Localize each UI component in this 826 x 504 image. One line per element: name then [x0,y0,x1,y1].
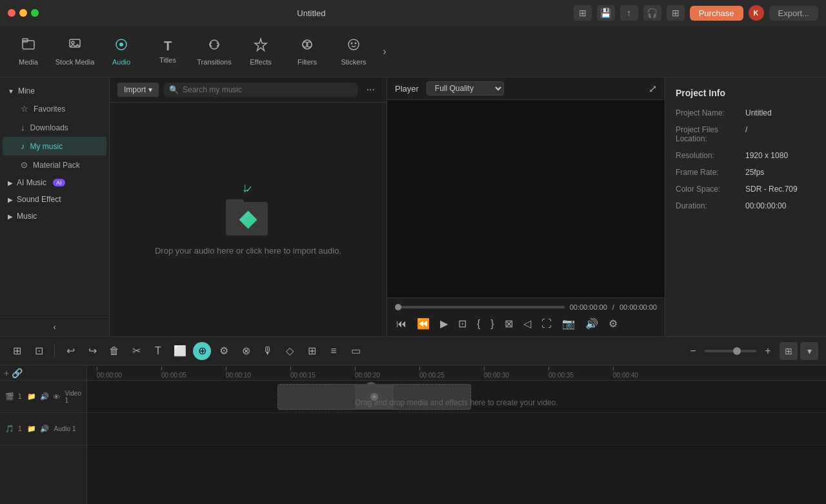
toolbar-label-stickers: Stickers [341,58,366,66]
import-button[interactable]: Import ▾ [117,83,159,97]
fullscreen-button[interactable]: ⛶ [540,317,553,331]
export-button[interactable]: Export... [769,6,818,21]
prev-frame-button[interactable]: ◁ [522,316,532,331]
svg-point-5 [119,43,123,46]
sidebar-sound-effect-label: Sound Effect [17,195,61,204]
volume-button[interactable]: 🔊 [584,316,599,331]
timeline-split-button[interactable]: ⊞ [303,342,321,360]
upload-icon[interactable]: ↑ [620,5,638,21]
quality-select[interactable]: Full QualityHalf QualityQuarter Quality [427,81,504,96]
close-button[interactable] [8,9,15,17]
svg-point-8 [307,42,312,47]
sidebar-item-downloads[interactable]: ↓ Downloads [3,118,106,137]
toolbar-item-stickers[interactable]: Stickers [330,31,377,72]
mark-in-button[interactable]: { [476,317,481,331]
timeline-cut-button[interactable]: ✂ [127,342,145,360]
project-files-value: / [745,125,747,143]
sidebar-section-ai-music[interactable]: ▶ AI Music AI [0,174,109,191]
titles-icon: T [164,39,172,54]
crop-button[interactable]: ⊡ [457,316,468,331]
expand-icon[interactable]: ⤢ [649,83,657,95]
toolbar-item-transitions[interactable]: Transitions [191,31,237,72]
transitions-icon [207,37,221,55]
resolution-value: 1920 x 1080 [745,151,788,160]
split-button[interactable]: ⊠ [503,316,514,331]
time-current: 00:00:00:00 [570,303,607,311]
purchase-button[interactable]: Purchase [690,6,743,21]
link-track-button[interactable]: 🔗 [12,368,23,378]
player-controls: 00:00:00:00 / 00:00:00:00 ⏮ ⏪ ▶ ⊡ { } ⊠ … [387,297,665,336]
duration-value: 00:00:00:00 [745,201,786,210]
toolbar-more-arrow[interactable]: › [377,44,392,59]
timeline-active-tool-button[interactable]: ⊕ [193,342,211,360]
project-info-panel: Project Info Project Name: Untitled Proj… [665,77,826,336]
sidebar-item-my-music[interactable]: ♪ My music [3,137,106,156]
project-fps-row: Frame Rate: 25fps [676,168,816,177]
right-panel: Player Full QualityHalf QualityQuarter Q… [387,77,826,336]
timeline-more-button[interactable]: ▾ [800,342,818,360]
effects-icon [254,37,268,55]
headphone-icon[interactable]: 🎧 [643,5,661,21]
mark-out-button[interactable]: } [489,317,495,331]
grid-icon[interactable]: ⊞ [667,5,685,21]
skip-back-button[interactable]: ⏮ [395,317,408,331]
timeline-undo-button[interactable]: ↩ [61,342,79,360]
sidebar-item-material-pack[interactable]: ⊙ Material Pack [3,156,106,174]
toolbar-item-stock-media[interactable]: Stock Media [52,31,98,72]
zoom-out-button[interactable]: − [684,342,702,360]
folder-tab-icon [226,199,244,206]
layout-icon[interactable]: ⊞ [574,5,592,21]
svg-point-9 [348,39,359,50]
timeline-magnet-button[interactable]: ⊡ [30,342,48,360]
play-button[interactable]: ▶ [439,316,449,331]
sidebar-section-mine[interactable]: ▼ Mine [0,83,109,99]
toolbar-item-filters[interactable]: Filters [284,31,330,72]
time-total: 00:00:00:00 [620,303,657,311]
sidebar-collapse-button[interactable]: ‹ [0,317,109,336]
timeline-box-button[interactable]: ⬜ [171,342,189,360]
snapshot-button[interactable]: 📷 [561,316,576,331]
timeline-grid-button[interactable]: ⊞ [780,342,798,360]
titlebar: Untitled ⊞ 💾 ↑ 🎧 ⊞ Purchase K Export... [0,0,826,26]
maximize-button[interactable] [31,9,39,17]
toolbar-item-effects[interactable]: Effects [237,31,284,72]
zoom-slider[interactable] [705,350,756,352]
filters-icon [300,37,314,55]
main-toolbar: Media Stock Media Audio T Titles [0,26,826,77]
save-icon[interactable]: 💾 [597,5,615,21]
toolbar-item-audio[interactable]: Audio [98,31,145,72]
timeline-redo-button[interactable]: ↪ [83,342,101,360]
step-back-button[interactable]: ⏪ [416,316,431,331]
sidebar-item-favorites[interactable]: ☆ Favorites [3,99,106,118]
import-illustration: ↓ ✓ [223,184,274,236]
minimize-button[interactable] [19,9,27,17]
timeline-shield-button[interactable]: ⊗ [237,342,255,360]
timeline-settings-button[interactable]: ⚙ [215,342,233,360]
timeline-caption-button[interactable]: ≡ [325,342,343,360]
sidebar-my-music-label: My music [30,142,63,151]
sidebar-section-sound-effect[interactable]: ▶ Sound Effect [0,191,109,208]
folder-audio-icon: 📁 [27,425,36,433]
traffic-lights [8,9,39,17]
add-track-button[interactable]: + [4,368,9,378]
search-input[interactable] [183,85,352,94]
timeline-layout-button[interactable]: ⊞ [8,342,26,360]
timeline-keyframe-button[interactable]: ◇ [281,342,299,360]
settings-button[interactable]: ⚙ [607,316,619,331]
toolbar-label-transitions: Transitions [197,58,231,66]
toolbar-item-media[interactable]: Media [5,31,52,72]
zoom-in-button[interactable]: + [759,342,777,360]
resolution-label: Resolution: [676,151,740,160]
progress-bar[interactable] [395,306,565,308]
timeline-text-button[interactable]: T [149,342,167,360]
timeline-subtitle-button[interactable]: ▭ [347,342,365,360]
timeline-ruler: 00:00:00 00:00:05 00:00:10 00:00:15 00:0… [87,365,826,381]
video-track-row: + Drag and drop media and effects here t… [87,381,826,413]
sidebar-section-music[interactable]: ▶ Music [0,208,109,225]
timeline-mic-button[interactable]: 🎙 [259,342,277,360]
timeline-delete-button[interactable]: 🗑 [105,342,123,360]
audio-drop-zone[interactable]: ↓ ✓ Drop your audio here or click here t… [110,103,387,336]
sidebar-favorites-label: Favorites [34,105,65,114]
more-options-button[interactable]: ··· [363,83,379,97]
toolbar-item-titles[interactable]: T Titles [145,31,191,72]
